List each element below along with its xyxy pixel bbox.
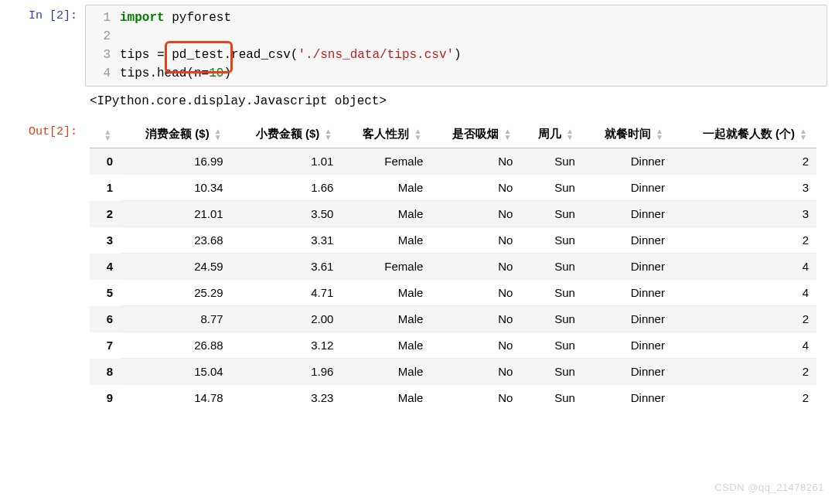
column-header[interactable]: 是否吸烟 ▲▼ <box>431 121 520 148</box>
sort-icon[interactable]: ▲▼ <box>324 128 332 141</box>
row-index: 3 <box>90 227 121 254</box>
row-index: 6 <box>90 306 121 332</box>
cell: Female <box>341 254 431 280</box>
cell: Dinner <box>583 280 673 306</box>
cell: No <box>431 359 520 385</box>
table-row: 815.041.96MaleNoSunDinner2 <box>90 359 816 385</box>
cell: No <box>431 201 520 227</box>
cell: No <box>431 306 520 332</box>
sort-icon[interactable]: ▲▼ <box>414 128 421 141</box>
column-header[interactable]: 消费金额 ($) ▲▼ <box>121 121 231 148</box>
cell: Dinner <box>583 306 673 332</box>
cell: Male <box>341 280 431 306</box>
cell: Sun <box>520 280 583 306</box>
code-area[interactable]: 1 import pyforest 2 3 tips = pd_test.rea… <box>85 5 827 87</box>
sort-icon[interactable]: ▲▼ <box>214 128 222 141</box>
line-number: 1 <box>90 9 120 27</box>
column-header[interactable]: 小费金额 ($) ▲▼ <box>231 121 342 148</box>
cell: 2 <box>673 306 816 332</box>
column-header[interactable]: 周几 ▲▼ <box>520 121 583 148</box>
cell: Male <box>341 332 431 359</box>
empty-prompt <box>8 91 85 96</box>
column-header[interactable]: 一起就餐人数 (个) ▲▼ <box>673 121 816 148</box>
sort-icon[interactable]: ▲▼ <box>799 128 807 141</box>
cell: 3.12 <box>231 332 342 359</box>
cell: 3 <box>673 201 816 227</box>
cell: 3.23 <box>231 385 342 411</box>
line-number: 2 <box>90 27 120 46</box>
cell: 2.00 <box>231 306 342 332</box>
output-prompt: Out[2]: <box>8 121 85 138</box>
sort-icon[interactable]: ▲▼ <box>656 128 663 141</box>
cell: Dinner <box>583 227 673 254</box>
cell: 2 <box>673 385 816 411</box>
cell: Male <box>341 359 431 385</box>
cell: 1.01 <box>231 148 342 175</box>
line-number: 3 <box>90 46 120 64</box>
sort-icon[interactable]: ▲▼ <box>503 128 511 141</box>
cell: 21.01 <box>121 201 231 227</box>
cell: Male <box>341 201 431 227</box>
cell: No <box>431 332 520 359</box>
code-identifier: pd_test <box>172 48 223 62</box>
cell: Male <box>341 385 431 411</box>
text-output-cell: <IPython.core.display.Javascript object> <box>8 91 827 116</box>
cell: Dinner <box>583 359 673 385</box>
cell: 23.68 <box>121 227 231 254</box>
table-row: 525.294.71MaleNoSunDinner4 <box>90 280 816 306</box>
row-index: 5 <box>90 280 121 306</box>
table-row: 726.883.12MaleNoSunDinner4 <box>90 332 816 359</box>
cell: Female <box>341 148 431 175</box>
cell: Male <box>341 306 431 332</box>
row-index: 4 <box>90 254 121 280</box>
cell: Dinner <box>583 201 673 227</box>
cell: Sun <box>520 359 583 385</box>
cell: Sun <box>520 306 583 332</box>
cell: No <box>431 175 520 201</box>
table-row: 68.772.00MaleNoSunDinner2 <box>90 306 816 332</box>
cell: 10.34 <box>121 175 231 201</box>
cell: 4 <box>673 280 816 306</box>
row-index: 7 <box>90 332 121 359</box>
notebook: In [2]: 1 import pyforest 2 3 tips = pd_… <box>0 0 835 431</box>
cell: Male <box>341 175 431 201</box>
sort-icon[interactable]: ▲▼ <box>566 128 574 141</box>
line-number: 4 <box>90 64 120 83</box>
cell: 3.50 <box>231 201 342 227</box>
table-row: 221.013.50MaleNoSunDinner3 <box>90 201 816 227</box>
cell: 2 <box>673 148 816 175</box>
cell: Sun <box>520 385 583 411</box>
code-number: 10 <box>209 66 223 80</box>
index-header[interactable]: ▲▼ <box>90 121 121 148</box>
code-text: tips = <box>120 48 172 62</box>
column-header[interactable]: 客人性别 ▲▼ <box>341 121 431 148</box>
cell: 1.96 <box>231 359 342 385</box>
cell: 16.99 <box>121 148 231 175</box>
code-text: tips.head(n= <box>120 66 209 80</box>
cell: 26.88 <box>121 332 231 359</box>
cell: Male <box>341 227 431 254</box>
table-row: 424.593.61FemaleNoSunDinner4 <box>90 254 816 280</box>
cell: Dinner <box>583 385 673 411</box>
cell: Sun <box>520 227 583 254</box>
cell: No <box>431 280 520 306</box>
table-row: 110.341.66MaleNoSunDinner3 <box>90 175 816 201</box>
cell: 14.78 <box>121 385 231 411</box>
cell: No <box>431 148 520 175</box>
code-text: ) <box>454 48 462 62</box>
cell: 4.71 <box>231 280 342 306</box>
cell: 3.61 <box>231 254 342 280</box>
table-row: 323.683.31MaleNoSunDinner2 <box>90 227 816 254</box>
code-text: ) <box>223 66 231 80</box>
cell: 4 <box>673 254 816 280</box>
code-text: pyforest <box>165 11 231 25</box>
row-index: 9 <box>90 385 121 411</box>
table-header-row: ▲▼消费金额 ($) ▲▼小费金额 ($) ▲▼客人性别 ▲▼是否吸烟 ▲▼周几… <box>90 121 816 148</box>
dataframe-output: ▲▼消费金额 ($) ▲▼小费金额 ($) ▲▼客人性别 ▲▼是否吸烟 ▲▼周几… <box>85 121 827 410</box>
column-header[interactable]: 就餐时间 ▲▼ <box>583 121 673 148</box>
cell: Dinner <box>583 148 673 175</box>
cell: Sun <box>520 201 583 227</box>
row-index: 1 <box>90 175 121 201</box>
code-text: .read_csv( <box>223 48 298 62</box>
sort-icon[interactable]: ▲▼ <box>104 129 111 141</box>
